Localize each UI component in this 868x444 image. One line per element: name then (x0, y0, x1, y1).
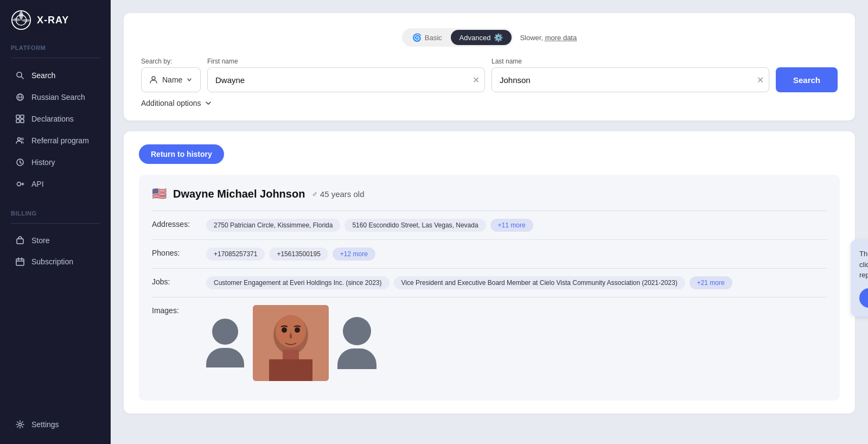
gender-icon: ♂ (311, 189, 317, 199)
sidebar-item-history[interactable]: History (4, 152, 106, 173)
svg-rect-8 (16, 119, 20, 123)
sidebar-item-russian-search[interactable]: Russian Search (4, 87, 106, 107)
profile-header: 🇺🇸 Dwayne Michael Johnson ♂ 45 years old (152, 187, 827, 201)
logo-icon (11, 10, 31, 30)
logo: X-RAY (0, 0, 111, 42)
logo-text: X-RAY (37, 15, 69, 26)
addresses-row: Addresses: 2750 Patrician Circle, Kissim… (152, 211, 827, 239)
sidebar-store-label: Store (31, 236, 49, 245)
sidebar-referral-label: Referral program (31, 136, 89, 145)
sidebar-api-label: API (31, 180, 44, 188)
age-text: 45 years old (320, 189, 365, 199)
first-name-clear-button[interactable]: ✕ (473, 75, 480, 85)
sidebar-item-settings[interactable]: Settings (4, 414, 106, 435)
images-label: Images: (152, 305, 195, 315)
svg-point-16 (19, 423, 22, 426)
sidebar: X-RAY Platform Search Russian Search Dec… (0, 0, 111, 444)
search-full-profile-button[interactable]: Search full profile (859, 288, 868, 308)
address-tag-1: 5160 Escondido Street, Las Vegas, Nevada (344, 219, 486, 232)
results-card: Return to history 🇺🇸 Dwayne Michael John… (124, 131, 855, 414)
settings-label: Settings (31, 420, 59, 429)
main-content: 🌀 Basic Advanced ⚙️ Slower, more data Se… (111, 0, 868, 444)
settings-icon (15, 420, 25, 429)
last-name-group: Last name ✕ (492, 58, 769, 92)
return-to-history-button[interactable]: Return to history (139, 144, 224, 164)
avatar-body-1 (206, 348, 244, 367)
sidebar-item-subscription[interactable]: Subscription (4, 251, 106, 272)
tooltip-card: The displayed data is incomplete, click … (851, 240, 868, 316)
billing-label: Billing (0, 210, 111, 221)
svg-rect-23 (283, 350, 299, 360)
sidebar-russian-search-label: Russian Search (31, 93, 85, 102)
tooltip-text: The displayed data is incomplete, click … (859, 249, 868, 281)
jobs-row: Jobs: Customer Engagement at Everi Holdi… (152, 268, 827, 297)
advanced-icon: ⚙️ (494, 33, 503, 42)
sidebar-search-label: Search (31, 71, 55, 80)
last-name-clear-button[interactable]: ✕ (757, 75, 764, 85)
first-name-input[interactable] (207, 67, 485, 92)
sidebar-item-search[interactable]: Search (4, 65, 106, 86)
job-tag-more[interactable]: +21 more (690, 276, 732, 289)
first-name-group: First name ✕ (207, 58, 485, 92)
additional-options-row[interactable]: Additional options (141, 99, 838, 107)
images-row: Images: (152, 297, 827, 389)
basic-icon: 🌀 (412, 33, 422, 42)
basic-mode-button[interactable]: 🌀 Basic (404, 30, 451, 45)
sidebar-declarations-label: Declarations (31, 115, 74, 123)
search-mode-row: 🌀 Basic Advanced ⚙️ Slower, more data (141, 28, 838, 47)
mode-toggle: 🌀 Basic Advanced ⚙️ (402, 28, 514, 47)
svg-point-10 (18, 138, 21, 141)
addresses-label: Addresses: (152, 219, 195, 229)
profile-card: 🇺🇸 Dwayne Michael Johnson ♂ 45 years old… (139, 175, 840, 401)
phone-tag-more[interactable]: +12 more (333, 248, 375, 261)
avatar-head-2 (343, 317, 371, 345)
phone-tag-1: +15613500195 (269, 248, 328, 261)
sidebar-item-referral[interactable]: Referral program (4, 130, 106, 151)
billing-divider (11, 223, 100, 224)
search-inputs-row: Search by: Name First name ✕ Last name (141, 58, 838, 92)
svg-rect-7 (21, 115, 24, 118)
first-name-wrap: ✕ (207, 67, 485, 92)
gender-age: ♂ 45 years old (311, 189, 364, 199)
search-by-button[interactable]: Name (141, 67, 201, 92)
svg-point-21 (282, 327, 287, 333)
globe-icon (15, 92, 25, 102)
advanced-mode-button[interactable]: Advanced ⚙️ (451, 30, 512, 45)
flag-icon: 🇺🇸 (152, 187, 167, 201)
platform-label: Platform (0, 45, 111, 55)
last-name-label: Last name (492, 58, 769, 65)
sidebar-item-store[interactable]: Store (4, 230, 106, 251)
search-by-value: Name (162, 75, 182, 84)
profile-name: Dwayne Michael Johnson (173, 188, 305, 200)
first-name-label: First name (207, 58, 485, 65)
slower-text: Slower, more data (520, 34, 577, 42)
avatar-body-2 (337, 348, 376, 369)
key-icon (15, 179, 25, 189)
address-tag-0: 2750 Patrician Circle, Kissimmee, Florid… (206, 219, 340, 232)
person-icon (149, 75, 158, 84)
address-tag-more[interactable]: +11 more (490, 219, 533, 232)
last-name-input[interactable] (492, 67, 769, 92)
phones-tags: +17085257371 +15613500195 +12 more (206, 248, 375, 261)
last-name-wrap: ✕ (492, 67, 769, 92)
svg-point-20 (276, 315, 306, 347)
svg-rect-24 (269, 359, 312, 381)
sidebar-item-api[interactable]: API (4, 174, 106, 194)
users-icon (15, 136, 25, 145)
job-tag-1: Vice President and Executive Board Membe… (394, 276, 685, 289)
additional-options-label: Additional options (141, 99, 201, 107)
sidebar-item-declarations[interactable]: Declarations (4, 109, 106, 129)
chevron-down-icon (187, 77, 192, 83)
jobs-tags: Customer Engagement at Everi Holdings In… (206, 276, 732, 289)
phone-tag-0: +17085257371 (206, 248, 265, 261)
images-content (206, 305, 376, 381)
svg-point-11 (21, 138, 23, 140)
person-photo-svg (253, 305, 329, 381)
calendar-icon (15, 257, 25, 267)
addresses-tags: 2750 Patrician Circle, Kissimmee, Florid… (206, 219, 533, 232)
search-button[interactable]: Search (776, 67, 838, 92)
avatar-1 (206, 319, 244, 367)
jobs-label: Jobs: (152, 276, 195, 286)
grid-icon (15, 114, 25, 124)
svg-rect-9 (21, 119, 24, 123)
